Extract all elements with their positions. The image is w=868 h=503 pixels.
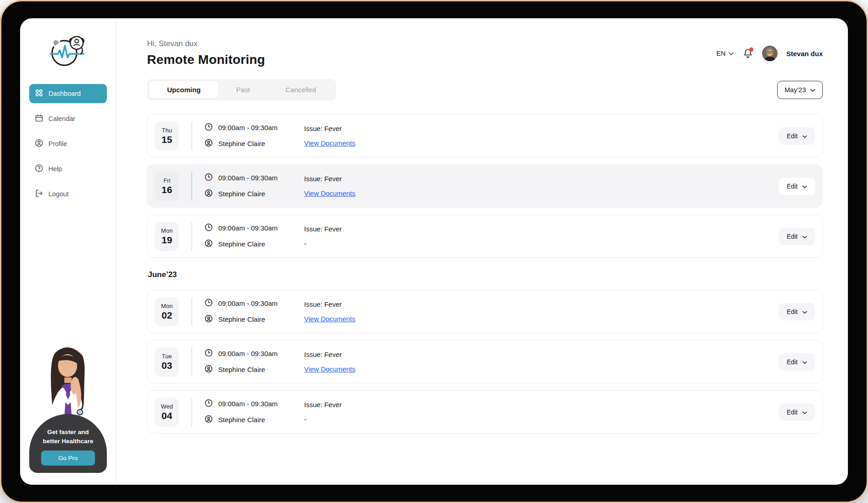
issue-column: Issue: Fever View Documents — [304, 124, 355, 148]
clock-icon — [205, 223, 213, 234]
vertical-divider — [191, 298, 192, 326]
date-chip-day: Thu — [162, 127, 172, 134]
chevron-down-icon — [728, 50, 734, 57]
main-content: Hi, Stevan dux Remote Monitoring EN — [116, 18, 848, 485]
app-window: Dashboard Calendar Profile — [20, 18, 848, 485]
vertical-divider — [191, 348, 192, 376]
bell-icon — [742, 52, 753, 60]
appointment-time: 09:00am - 09:30am — [205, 173, 300, 183]
appointment-info: 09:00am - 09:30am Stephine Claire — [205, 173, 300, 199]
clock-icon — [205, 349, 213, 359]
appointment-time: 09:00am - 09:30am — [205, 349, 300, 359]
edit-dropdown-button[interactable]: Edit — [779, 228, 815, 245]
date-chip-number: 19 — [162, 235, 172, 246]
date-chip: Mon 19 — [155, 222, 179, 251]
logout-icon — [35, 189, 43, 199]
tab-cancelled[interactable]: Cancelled — [268, 81, 334, 98]
clock-icon — [205, 123, 213, 133]
appointment-info: 09:00am - 09:30am Stephine Claire — [205, 123, 300, 149]
date-chip: Wed 04 — [155, 398, 179, 427]
appointment-info: 09:00am - 09:30am Stephine Claire — [205, 299, 300, 325]
date-chip-number: 02 — [162, 310, 172, 321]
edit-dropdown-button[interactable]: Edit — [779, 127, 815, 145]
issue-column: Issue: Fever - — [304, 400, 342, 424]
appointment-card: Mon 02 09:00am - 09:30am Stephine Claire… — [147, 290, 823, 333]
appointment-patient: Stephine Claire — [205, 189, 300, 199]
sidebar-item-dashboard[interactable]: Dashboard — [29, 84, 107, 103]
language-selector[interactable]: EN — [716, 50, 734, 57]
date-chip-day: Fri — [163, 177, 170, 184]
chevron-down-icon — [802, 183, 807, 190]
sidebar-item-help[interactable]: Help — [29, 159, 107, 178]
appointment-card: Wed 04 09:00am - 09:30am Stephine Claire… — [147, 390, 823, 434]
edit-dropdown-button[interactable]: Edit — [779, 353, 815, 371]
appointment-card: Mon 19 09:00am - 09:30am Stephine Claire… — [147, 215, 823, 258]
patient-icon — [205, 239, 213, 250]
sidebar-item-label: Dashboard — [48, 90, 81, 97]
month-filter-label: May’23 — [784, 86, 806, 94]
date-chip: Tue 03 — [155, 347, 179, 377]
issue-text: Issue: Fever — [304, 174, 355, 183]
issue-column: Issue: Fever - — [304, 225, 342, 248]
page-heading: Hi, Stevan dux Remote Monitoring — [147, 39, 265, 67]
patient-icon — [205, 314, 213, 325]
no-documents-dash: - — [304, 239, 342, 248]
appointment-time: 09:00am - 09:30am — [205, 399, 300, 409]
sidebar-item-label: Calendar — [48, 115, 75, 122]
clock-icon — [205, 399, 213, 409]
edit-dropdown-button[interactable]: Edit — [779, 178, 815, 195]
notification-dot — [749, 47, 753, 52]
issue-text: Issue: Fever — [304, 400, 342, 409]
sidebar-nav: Dashboard Calendar Profile — [29, 84, 107, 204]
tab-upcoming[interactable]: Upcoming — [149, 81, 218, 98]
user-cluster: EN — [716, 46, 823, 61]
notifications-button[interactable] — [742, 48, 753, 59]
calendar-icon — [35, 114, 43, 124]
view-documents-link[interactable]: View Documents — [304, 189, 355, 198]
user-name: Stevan dux — [786, 50, 823, 58]
edit-dropdown-button[interactable]: Edit — [779, 303, 815, 320]
date-chip-day: Tue — [162, 353, 172, 360]
help-icon — [35, 164, 43, 174]
chevron-down-icon — [802, 308, 807, 315]
edit-dropdown-button[interactable]: Edit — [779, 403, 815, 421]
date-chip: Thu 15 — [155, 121, 179, 151]
chevron-down-icon — [810, 86, 815, 94]
view-documents-link[interactable]: View Documents — [304, 139, 355, 148]
sidebar-item-label: Help — [48, 165, 62, 173]
greeting-text: Hi, Stevan dux — [147, 39, 265, 48]
avatar[interactable] — [762, 46, 778, 61]
appointment-card: Thu 15 09:00am - 09:30am Stephine Claire… — [147, 114, 823, 157]
section-title: June’23 — [148, 270, 822, 279]
chevron-down-icon — [802, 409, 807, 416]
go-pro-button[interactable]: Go Pro — [41, 451, 95, 466]
vertical-divider — [191, 222, 192, 251]
view-documents-link[interactable]: View Documents — [304, 365, 355, 374]
appointment-info: 09:00am - 09:30am Stephine Claire — [205, 399, 300, 425]
promo-text: Get faster and better Healthcare — [42, 428, 94, 446]
tab-past[interactable]: Past — [218, 81, 268, 98]
issue-text: Issue: Fever — [304, 300, 355, 309]
date-chip: Fri 16 — [155, 172, 179, 201]
appointments-list: Thu 15 09:00am - 09:30am Stephine Claire… — [147, 114, 823, 434]
clock-icon — [205, 299, 213, 309]
sidebar-item-logout[interactable]: Logout — [29, 184, 107, 204]
view-documents-link[interactable]: View Documents — [304, 314, 355, 324]
issue-text: Issue: Fever — [304, 124, 355, 133]
filter-row: Upcoming Past Cancelled May’23 — [147, 79, 823, 100]
patient-icon — [205, 415, 213, 425]
month-filter-dropdown[interactable]: May’23 — [777, 81, 823, 99]
issue-text: Issue: Fever — [304, 225, 342, 234]
date-chip-day: Mon — [161, 303, 173, 309]
appointment-patient: Stephine Claire — [205, 365, 300, 375]
date-chip-number: 16 — [162, 184, 172, 195]
issue-text: Issue: Fever — [304, 350, 355, 359]
chevron-down-icon — [802, 358, 807, 366]
issue-column: Issue: Fever View Documents — [304, 174, 355, 198]
sidebar-item-label: Logout — [48, 190, 68, 198]
sidebar-item-profile[interactable]: Profile — [29, 134, 107, 153]
clock-icon — [205, 173, 213, 183]
issue-column: Issue: Fever View Documents — [304, 350, 355, 374]
sidebar-item-calendar[interactable]: Calendar — [29, 109, 107, 128]
tab-bar: Upcoming Past Cancelled — [147, 79, 336, 100]
